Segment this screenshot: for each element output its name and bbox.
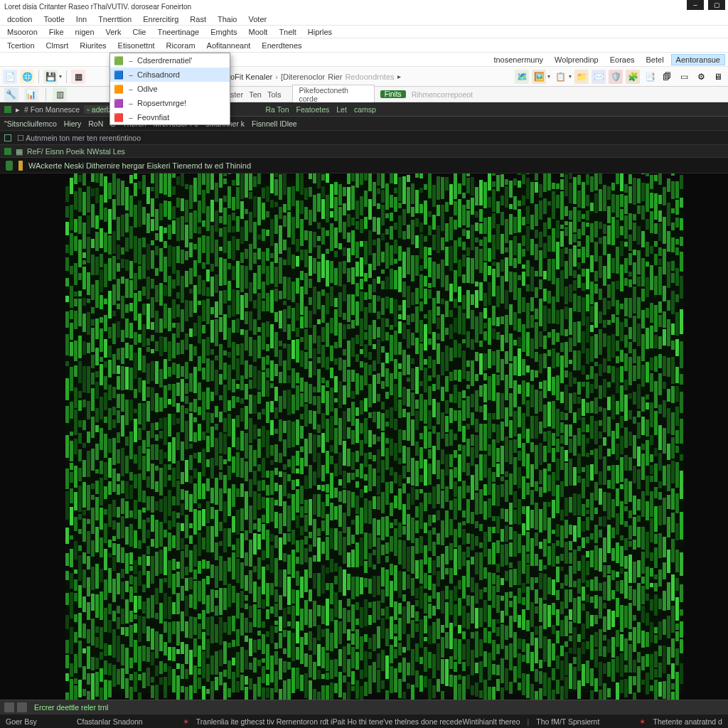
toolbar-icon-r1[interactable]: 🗺️ <box>515 70 529 84</box>
main-viewport[interactable] <box>0 173 728 700</box>
menu-item[interactable]: Tnelt <box>274 27 300 37</box>
menu-item[interactable]: Fike <box>45 27 68 37</box>
footer-icon-1[interactable] <box>4 702 14 712</box>
toolbar-icon-r10[interactable]: ▭ <box>677 70 691 84</box>
toolbar-icon-r2[interactable]: 🖼️ <box>532 70 546 84</box>
dropdown-item-label: Cdserdrernatiel' <box>137 56 192 65</box>
breadcrumb-tail-item[interactable]: Featoetes <box>296 105 330 114</box>
toolbar-icon-r3[interactable]: 📋 <box>553 70 567 84</box>
toolbar-icon-1[interactable]: 📄 <box>3 70 17 84</box>
menu-item[interactable]: Enrercitirg <box>139 14 183 24</box>
toolbar-icon-r5[interactable]: ✉️ <box>592 70 606 84</box>
toolbar-sub2: Rier <box>328 73 342 81</box>
bottom-mid3[interactable]: Tho fM/T Spnsiernt <box>536 717 599 726</box>
menu-item[interactable]: Clmsrt <box>42 41 73 50</box>
toolbar-icon-r9[interactable]: 🗐 <box>660 70 674 84</box>
title-bar: Loret disia Critanter Raseo rThaiVUTIV. … <box>0 0 728 13</box>
dropdown-menu[interactable]: 🟩–Cdserdrernatiel'🟦–Crihsadnord🟧–Odlve🟪–… <box>109 53 230 125</box>
matrix-canvas <box>65 181 684 692</box>
bottom-mid2: Tranlenlia ite gthecst tiv Rernentoron r… <box>196 717 520 726</box>
menu-item[interactable]: Rast <box>186 14 210 24</box>
toolbar-icon-2[interactable]: 🌐 <box>20 70 34 84</box>
warn-indicator-icon <box>18 161 23 171</box>
dropdown-item[interactable]: 🟪–Ropsertvnrge! <box>110 96 230 110</box>
menu-item[interactable]: Aofitanneant <box>203 41 255 50</box>
breadcrumb-tail-item[interactable]: Let <box>336 105 347 114</box>
menu-item[interactable]: Moolt <box>244 27 272 37</box>
infobar-item[interactable]: Fisnnell IDlee <box>252 119 297 128</box>
toolbar-icon-4[interactable]: ▦ <box>71 70 85 84</box>
menu-item[interactable]: Etisonettnt <box>114 41 159 50</box>
breadcrumb-tail: Ra TonFeatoetesLetcamsp <box>265 105 375 114</box>
menu-item[interactable]: Msooron <box>3 27 42 37</box>
menu-bar-1: dcotionTootleInnTnerrttionEnrercitirgRas… <box>0 13 728 26</box>
info-bar-2: ☐ Autnmein ton mer ten rerentintinoo <box>0 131 728 145</box>
menu-item[interactable]: Inn <box>72 14 91 24</box>
menu-item[interactable]: Tootle <box>39 14 68 24</box>
menu-item[interactable]: Tneertinage <box>153 27 203 37</box>
toolbar-icon-r11[interactable]: ⚙ <box>694 70 708 84</box>
dropdown-arrow-icon[interactable]: ▾ <box>569 73 572 80</box>
dropdown-item-label: Feovnfiat <box>137 113 169 122</box>
infobar-item[interactable]: "Sitsncliuifemco <box>4 119 57 128</box>
dropdown-item[interactable]: 🟦–Crihsadnord <box>110 68 230 82</box>
toolbar-icon-r4[interactable]: 📁 <box>574 70 589 84</box>
menu-item[interactable]: Enerdtenes <box>257 41 306 50</box>
dropdown-item[interactable]: 🟩–Cdserdrernatiel' <box>110 53 230 68</box>
menu-item[interactable]: Thaio <box>213 14 242 24</box>
footer-status-bar: Ercrer deettle reler trnl <box>0 700 728 714</box>
checkbox-icon[interactable] <box>4 134 11 141</box>
menu-item[interactable]: Ricoram <box>162 41 200 50</box>
secondary-badge[interactable]: Finits <box>380 90 406 98</box>
window-title: Loret disia Critanter Raseo rThaiVUTIV. … <box>4 3 191 11</box>
infobar-item[interactable]: RoN <box>88 119 103 128</box>
menu-item[interactable]: Clie <box>129 27 151 37</box>
bottom-mid1[interactable]: Cfastanlar Snadonn <box>77 717 143 726</box>
menu-item[interactable]: tnosenermuny <box>489 55 547 65</box>
subtool-icon-3[interactable]: ▥ <box>53 87 67 102</box>
window-minimize-button[interactable]: – <box>687 0 704 10</box>
breadcrumb-tail-item[interactable]: camsp <box>354 105 376 114</box>
menu-item[interactable]: nigen <box>71 27 99 37</box>
breadcrumb-path[interactable]: # Fon Mannesce <box>24 105 80 114</box>
menu-item[interactable]: Voter <box>245 14 272 24</box>
menu-item[interactable]: Aentoransue <box>671 54 725 65</box>
subtool-icon-2[interactable]: 📊 <box>24 87 38 102</box>
dropdown-item[interactable]: 🟥–Feovnfiat <box>110 110 230 124</box>
toolbar-icon-r12[interactable]: 🖥 <box>711 70 725 84</box>
toolbar-icon-r6[interactable]: 🛡️ <box>609 70 623 84</box>
dropdown-item-label: Crihsadnord <box>137 70 180 79</box>
link-icon[interactable] <box>4 148 11 155</box>
toolbar-icon-r7[interactable]: 🧩 <box>626 70 640 84</box>
menu-item[interactable]: Eoraes <box>606 55 639 65</box>
menu-item[interactable]: Betel <box>642 55 668 65</box>
menu-item[interactable]: Wolprendinp <box>550 55 603 65</box>
menu-item[interactable]: Tnerrttion <box>94 14 136 24</box>
menu-item[interactable]: Hiprles <box>304 27 336 37</box>
window-maximize-button[interactable]: ▢ <box>708 0 725 10</box>
toolbar-chev[interactable]: ▸ <box>397 73 401 80</box>
dropdown-arrow-icon[interactable]: ▾ <box>547 73 550 80</box>
subtool-field-c[interactable]: Tols <box>267 90 282 99</box>
link-text[interactable]: ReF/ Eisnn Poeik NWstal Les <box>27 147 125 156</box>
breadcrumb-tail-item[interactable]: Ra Ton <box>265 105 289 114</box>
toolbar-icon-3[interactable]: 💾 <box>43 70 58 84</box>
subtool-icon-1[interactable]: 🔧 <box>4 87 18 102</box>
menu-item[interactable]: dcotion <box>3 14 36 24</box>
footer-input-label[interactable]: Ercrer deettle reler trnl <box>34 703 108 712</box>
menu-item[interactable]: Riurites <box>75 41 110 50</box>
dropdown-item-icon: 🟧 <box>113 83 124 95</box>
dropdown-item[interactable]: 🟧–Odlve <box>110 82 230 96</box>
footer-icon-2[interactable] <box>17 702 27 712</box>
subtool-field-b[interactable]: Ten <box>249 90 262 99</box>
bottom-left[interactable]: Goer Bsy <box>6 717 37 726</box>
secondary-tab-field[interactable]: Pikefoectoneth corde <box>292 85 374 105</box>
menu-item[interactable]: Tcertion <box>3 41 39 50</box>
menu-item[interactable]: Emghts <box>206 27 241 37</box>
infobar-item[interactable]: Hiery <box>64 119 82 128</box>
record-icon[interactable] <box>4 106 11 113</box>
menu-item[interactable]: Verk <box>102 27 126 37</box>
toolbar-icon-r8[interactable]: 📑 <box>643 70 657 84</box>
dropdown-arrow-icon[interactable]: ▾ <box>59 73 62 80</box>
toolbar-sub3: Redoondrntes <box>345 73 394 81</box>
